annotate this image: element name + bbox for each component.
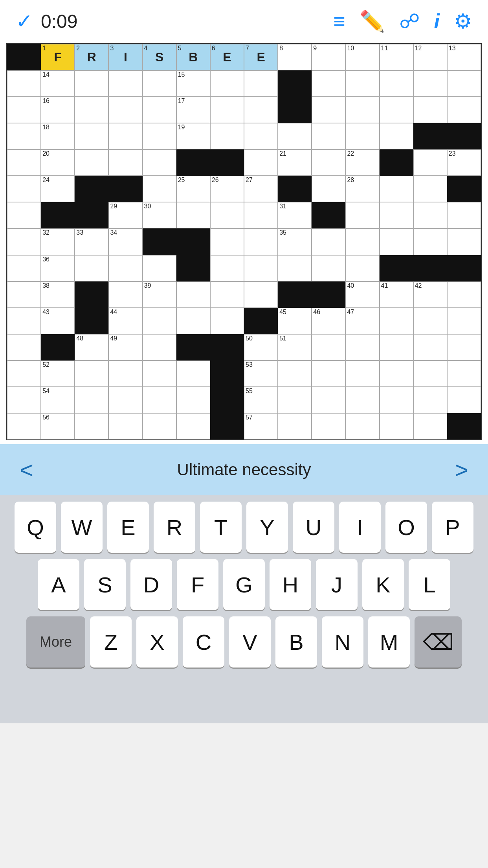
cell-2-12[interactable] [380,70,413,97]
cell-14-14[interactable] [447,387,481,413]
cell-5-13[interactable] [413,149,447,176]
cell-1-1[interactable] [7,44,41,70]
cell-4-5[interactable] [143,123,176,149]
cell-15-12[interactable] [380,413,413,440]
cell-3-4[interactable] [108,97,142,123]
cell-8-5[interactable] [143,228,176,255]
cell-8-4[interactable]: 34 [108,228,142,255]
cell-7-9[interactable]: 31 [278,202,312,228]
cell-13-1[interactable] [7,360,41,387]
cell-13-7[interactable] [210,360,244,387]
key-Z[interactable]: Z [90,616,132,668]
key-H[interactable]: H [270,559,311,610]
cell-3-12[interactable] [380,97,413,123]
cell-15-13[interactable] [413,413,447,440]
cell-8-3[interactable]: 33 [75,228,108,255]
cell-9-5[interactable] [143,255,176,281]
cell-11-5[interactable] [143,308,176,334]
cell-15-6[interactable] [176,413,210,440]
cell-6-10[interactable] [312,176,345,202]
cell-11-8[interactable] [244,308,278,334]
cell-3-2[interactable]: 16 [41,97,75,123]
key-P[interactable]: P [432,502,473,553]
cell-14-11[interactable] [345,387,379,413]
cell-15-2[interactable]: 56 [41,413,75,440]
key-M[interactable]: M [368,616,410,668]
cell-6-5[interactable] [143,176,176,202]
cell-3-7[interactable] [210,97,244,123]
cell-7-13[interactable] [413,202,447,228]
cell-2-5[interactable] [143,70,176,97]
key-L[interactable]: L [409,559,450,610]
cell-3-14[interactable] [447,97,481,123]
cell-10-6[interactable] [176,281,210,308]
key-S[interactable]: S [84,559,126,610]
cell-14-5[interactable] [143,387,176,413]
cell-13-14[interactable] [447,360,481,387]
cell-9-12[interactable] [380,255,413,281]
cell-4-10[interactable] [312,123,345,149]
cell-12-4[interactable]: 49 [108,334,142,360]
cell-6-12[interactable] [380,176,413,202]
cell-6-2[interactable]: 24 [41,176,75,202]
cell-8-2[interactable]: 32 [41,228,75,255]
cell-15-3[interactable] [75,413,108,440]
cell-7-10[interactable] [312,202,345,228]
cell-7-12[interactable] [380,202,413,228]
cell-9-3[interactable] [75,255,108,281]
cell-7-14[interactable] [447,202,481,228]
cell-7-7[interactable] [210,202,244,228]
key-F[interactable]: F [177,559,218,610]
cell-4-1[interactable] [7,123,41,149]
key-B[interactable]: B [275,616,317,668]
cell-2-3[interactable] [75,70,108,97]
cell-11-7[interactable] [210,308,244,334]
cell-14-12[interactable] [380,387,413,413]
cell-1-9[interactable]: 8 [278,44,312,70]
cell-8-10[interactable] [312,228,345,255]
cell-5-3[interactable] [75,149,108,176]
cell-6-11[interactable]: 28 [345,176,379,202]
cell-13-11[interactable] [345,360,379,387]
cell-5-5[interactable] [143,149,176,176]
cell-2-9[interactable] [278,70,312,97]
cell-13-3[interactable] [75,360,108,387]
cell-10-10[interactable] [312,281,345,308]
cell-13-5[interactable] [143,360,176,387]
cell-4-8[interactable] [244,123,278,149]
cell-15-1[interactable] [7,413,41,440]
cell-9-7[interactable] [210,255,244,281]
cell-12-10[interactable] [312,334,345,360]
cell-5-7[interactable] [210,149,244,176]
cell-12-1[interactable] [7,334,41,360]
help-icon[interactable]: ☍ [399,11,420,31]
cell-9-14[interactable] [447,255,481,281]
cell-13-4[interactable] [108,360,142,387]
cell-8-6[interactable] [176,228,210,255]
cell-10-8[interactable] [244,281,278,308]
cell-14-9[interactable] [278,387,312,413]
cell-12-6[interactable] [176,334,210,360]
cell-1-10[interactable]: 9 [312,44,345,70]
cell-2-2[interactable]: 14 [41,70,75,97]
cell-6-9[interactable] [278,176,312,202]
cell-3-6[interactable]: 17 [176,97,210,123]
cell-11-14[interactable] [447,308,481,334]
cell-9-1[interactable] [7,255,41,281]
key-W[interactable]: W [61,502,103,553]
cell-2-1[interactable] [7,70,41,97]
info-icon[interactable]: i [434,11,440,31]
cell-15-9[interactable] [278,413,312,440]
cell-14-4[interactable] [108,387,142,413]
key-I[interactable]: I [339,502,381,553]
cell-1-14[interactable]: 13 [447,44,481,70]
cell-2-14[interactable] [447,70,481,97]
cell-1-3[interactable]: 2R [75,44,108,70]
cell-6-1[interactable] [7,176,41,202]
cell-7-2[interactable] [41,202,75,228]
cell-12-7[interactable] [210,334,244,360]
cell-5-2[interactable]: 20 [41,149,75,176]
key-D[interactable]: D [130,559,172,610]
cell-6-13[interactable] [413,176,447,202]
cell-15-8[interactable]: 57 [244,413,278,440]
